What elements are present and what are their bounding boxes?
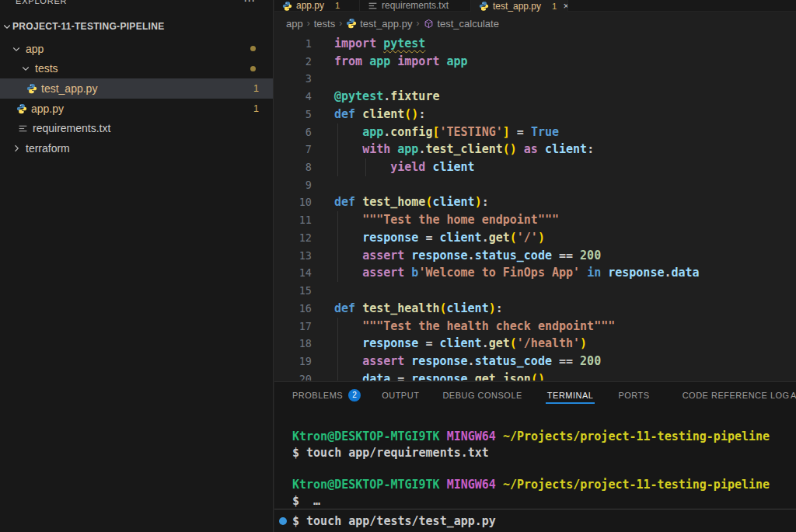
- tree-item-test-app-py[interactable]: test_app.py1: [0, 78, 273, 99]
- tab-problems-badge: 1: [335, 1, 340, 10]
- breadcrumb-separator: ›: [416, 18, 419, 29]
- file-tree: appteststest_app.py1app.py1requirements.…: [0, 39, 273, 158]
- tab-label: app.py: [296, 0, 324, 11]
- code-line: 17 """Test the health check endpoint""": [274, 318, 796, 336]
- bottom-panel: PROBLEMS2OUTPUTDEBUG CONSOLETERMINALPORT…: [274, 381, 796, 532]
- code-text: with app.test_client() as client:: [334, 141, 594, 158]
- terminal-line: Ktron@DESKTOP-MTGI9TK MINGW64 ~/Projects…: [292, 429, 796, 445]
- code-line: 19 assert response.status_code == 200: [274, 353, 796, 370]
- panel-tab-ports[interactable]: PORTS: [618, 382, 649, 408]
- tree-item-terraform[interactable]: terraform: [0, 138, 273, 158]
- tree-item-label: tests: [35, 62, 58, 75]
- indent-guide: [337, 264, 338, 282]
- tree-item-requirements-txt[interactable]: requirements.txt: [0, 118, 273, 138]
- breadcrumb-item[interactable]: test_app.py: [346, 18, 412, 30]
- tab-app-py[interactable]: app.py1: [274, 0, 360, 11]
- panel-tab-debug-console[interactable]: DEBUG CONSOLE: [442, 382, 522, 408]
- python-icon: [479, 2, 489, 12]
- tab-requirements-txt[interactable]: requirements.txt: [360, 0, 471, 11]
- terminal-line: $ …: [292, 493, 796, 509]
- code-line: 6 app.config['TESTING'] = True: [274, 123, 796, 141]
- indent-guide: [365, 158, 366, 176]
- panel-tab-label: TERMINAL: [547, 391, 594, 400]
- project-name: PROJECT-11-TESTING-PIPELINE: [12, 21, 164, 32]
- code-line: 13 assert response.status_code == 200: [274, 247, 796, 265]
- tree-item-app-py[interactable]: app.py1: [0, 99, 273, 119]
- tree-item-app[interactable]: app: [0, 39, 273, 59]
- problems-count-badge: 1: [253, 103, 259, 114]
- indent-guide: [337, 123, 338, 141]
- symbol-method-icon: [423, 18, 434, 29]
- panel-tab-a[interactable]: A: [791, 382, 796, 408]
- breadcrumb-label: tests: [314, 18, 335, 30]
- breadcrumb-item[interactable]: test_calculate: [423, 18, 499, 30]
- chevron-down-icon: [2, 21, 12, 32]
- panel-tab-output[interactable]: OUTPUT: [382, 382, 419, 408]
- indent-guide: [337, 229, 338, 247]
- line-number: 14: [274, 264, 312, 282]
- line-number: 7: [274, 141, 312, 158]
- vscode-window: EXPLORER ⋯ PROJECT-11-TESTING-PIPELINE a…: [0, 0, 796, 532]
- terminal-line: $ touch app/requirements.txt: [292, 445, 796, 461]
- code-line: 8 yield client: [274, 158, 796, 176]
- panel-tab-terminal[interactable]: TERMINAL: [547, 382, 594, 408]
- breadcrumb-label: test_calculate: [437, 18, 499, 30]
- breadcrumb[interactable]: app›tests›test_app.py›test_calculate: [274, 12, 796, 35]
- explorer-sidebar: EXPLORER ⋯ PROJECT-11-TESTING-PIPELINE a…: [0, 0, 274, 532]
- code-line: 4@pytest.fixture: [274, 88, 796, 106]
- line-number: 2: [274, 53, 312, 71]
- code-line: 12 response = client.get('/'): [274, 229, 796, 247]
- tab-test-app-py[interactable]: test_app.py1×: [471, 0, 568, 12]
- code-text: def test_home(client):: [334, 193, 489, 211]
- terminal-sticky-line[interactable]: $ touch app/tests/test_app.py: [274, 509, 796, 532]
- panel-tabbar: PROBLEMS2OUTPUTDEBUG CONSOLETERMINALPORT…: [274, 382, 796, 408]
- code-line: 20 data = response.get_json(): [274, 370, 796, 381]
- panel-tab-label: A: [791, 391, 796, 400]
- indent-guide: [337, 158, 338, 176]
- panel-tab-problems[interactable]: PROBLEMS2: [292, 382, 361, 408]
- project-section-header[interactable]: PROJECT-11-TESTING-PIPELINE: [0, 18, 273, 35]
- indent-guide: [337, 318, 338, 336]
- line-number: 19: [274, 353, 312, 370]
- tree-item-label: test_app.py: [41, 82, 97, 95]
- code-editor[interactable]: 1import pytest2from app import app34@pyt…: [274, 35, 796, 381]
- problems-count-badge: 1: [253, 83, 259, 94]
- code-text: import pytest: [334, 35, 425, 53]
- code-line: 18 response = client.get('/health'): [274, 335, 796, 353]
- panel-tab-label: CODE REFERENCE LOG: [683, 391, 790, 400]
- breadcrumb-item[interactable]: tests: [314, 18, 335, 30]
- breadcrumb-separator: ›: [339, 18, 342, 29]
- line-number: 15: [274, 282, 312, 300]
- line-number: 11: [274, 211, 312, 229]
- tree-item-label: terraform: [26, 142, 70, 155]
- chevron-down-icon: [20, 63, 31, 74]
- line-number: 4: [274, 88, 312, 106]
- line-number: 8: [274, 158, 312, 176]
- chevron-right-icon: [11, 143, 22, 154]
- python-icon: [16, 103, 27, 114]
- code-text: def test_health(client):: [334, 300, 503, 318]
- line-number: 17: [274, 318, 312, 336]
- breadcrumb-item[interactable]: app: [286, 18, 303, 30]
- tree-item-label: requirements.txt: [33, 122, 110, 134]
- tree-item-label: app: [26, 43, 44, 55]
- indent-guide: [337, 370, 338, 381]
- tree-item-tests[interactable]: tests: [0, 59, 273, 79]
- panel-tab-label: PORTS: [618, 391, 649, 400]
- explorer-menu-icon[interactable]: ⋯: [243, 0, 256, 8]
- line-number: 10: [274, 193, 312, 211]
- line-number: 13: [274, 247, 312, 265]
- command-decoration-icon[interactable]: [279, 517, 287, 525]
- code-line: 5def client():: [274, 106, 796, 123]
- code-text: data = response.get_json(): [334, 370, 545, 381]
- indent-guide: [337, 353, 338, 370]
- terminal-output[interactable]: Ktron@DESKTOP-MTGI9TK MINGW64 ~/Projects…: [274, 408, 796, 509]
- close-icon[interactable]: ×: [563, 2, 568, 10]
- code-line: 10def test_home(client):: [274, 193, 796, 211]
- code-text: """Test the home endpoint""": [334, 211, 559, 229]
- line-number: 16: [274, 300, 312, 318]
- panel-tab-label: PROBLEMS: [292, 391, 343, 400]
- python-icon: [26, 82, 37, 94]
- panel-tab-code-reference-log[interactable]: CODE REFERENCE LOG: [683, 382, 790, 408]
- code-line: 9: [274, 176, 796, 194]
